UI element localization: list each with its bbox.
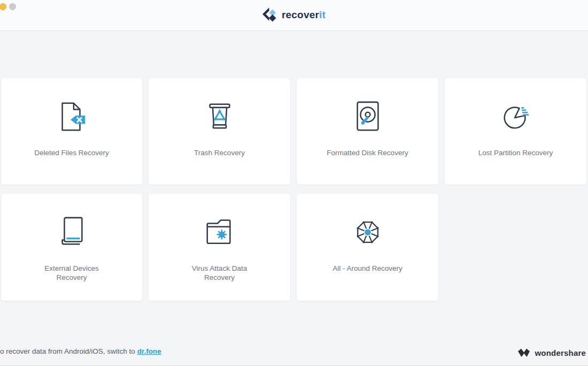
app-logo: recoverit: [0, 7, 588, 22]
footer-note: o recover data from Android/iOS, switch …: [0, 347, 161, 355]
card-label: All - Around Recovery: [332, 264, 403, 273]
card-label: Formatted Disk Recovery: [327, 148, 408, 157]
card-label: External Devices Recovery: [44, 264, 98, 282]
wondershare-w-icon: [517, 348, 531, 357]
app-title-accent: it: [319, 9, 326, 20]
card-virus-attack-data-recovery[interactable]: Virus Attack Data Recovery: [149, 194, 290, 301]
spoke-wheel-icon: [351, 215, 385, 249]
trash-recycle-icon: [203, 100, 237, 134]
dr-fone-link[interactable]: dr.fone: [137, 347, 161, 355]
card-all-around-recovery[interactable]: All - Around Recovery: [297, 194, 438, 301]
external-drive-icon: [55, 215, 89, 249]
card-external-devices-recovery[interactable]: External Devices Recovery: [1, 194, 142, 301]
card-lost-partition-recovery[interactable]: Lost Partition Recovery: [445, 78, 586, 185]
card-label: Virus Attack Data Recovery: [192, 264, 247, 282]
wondershare-logo: wondershare: [517, 348, 586, 357]
pie-partition-icon: [499, 100, 533, 134]
footer-note-text: o recover data from Android/iOS, switch …: [0, 347, 137, 355]
card-deleted-files-recovery[interactable]: Deleted Files Recovery: [1, 78, 142, 185]
card-formatted-disk-recovery[interactable]: Formatted Disk Recovery: [297, 78, 438, 185]
card-label: Deleted Files Recovery: [34, 148, 109, 157]
titlebar: recoverit: [0, 0, 588, 31]
recoverit-diamond-icon: [262, 7, 277, 22]
virus-folder-icon: [203, 215, 237, 249]
card-label: Lost Partition Recovery: [478, 148, 553, 157]
hard-disk-icon: [351, 100, 385, 134]
card-label: Trash Recovery: [194, 148, 245, 157]
wondershare-wordmark: wondershare: [535, 348, 586, 357]
app-title-primary: recover: [282, 9, 319, 20]
deleted-file-icon: [55, 100, 89, 134]
card-trash-recovery[interactable]: Trash Recovery: [149, 78, 290, 185]
app-title: recoverit: [282, 9, 326, 21]
